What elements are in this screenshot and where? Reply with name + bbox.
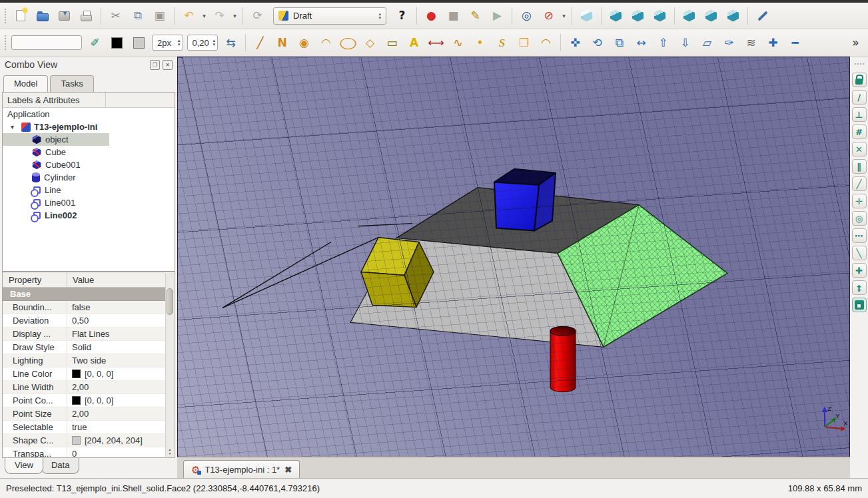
tree-item-cube001[interactable]: Cube001 — [3, 158, 175, 171]
draft-bspline[interactable]: ∿ — [447, 32, 469, 53]
draft-line[interactable]: ╱ — [249, 32, 271, 53]
close-tab-icon[interactable]: ✖ — [284, 465, 292, 475]
draft-circle[interactable]: ◉ — [293, 32, 315, 53]
tree-item-object[interactable]: object — [3, 133, 175, 146]
copy[interactable]: ⧉ — [127, 5, 149, 27]
refresh[interactable]: ⟳ — [246, 5, 268, 27]
draft-rectangle[interactable]: ▭ — [381, 32, 403, 53]
view-axonometric[interactable] — [576, 5, 598, 27]
draft-shapestring[interactable]: S — [491, 32, 513, 53]
snap-intersection[interactable]: ✕ — [852, 142, 867, 156]
snap-perpendicular[interactable]: ⊥ — [852, 107, 867, 122]
property-row[interactable]: Boundin...false — [3, 301, 165, 314]
open-document[interactable] — [31, 5, 53, 27]
draft-command-input[interactable] — [11, 35, 82, 50]
draft-line-color-button[interactable] — [106, 32, 128, 53]
property-row[interactable]: Display ...Flat Lines — [3, 328, 165, 341]
draft-rotate[interactable]: ⟲ — [586, 32, 608, 53]
snap-parallel[interactable]: ∥ — [852, 159, 867, 174]
spinner-arrows[interactable]: ▴▾ — [178, 39, 181, 47]
spinner-arrows[interactable]: ▴▾ — [378, 12, 381, 20]
new-document[interactable] — [9, 5, 31, 27]
property-row[interactable]: LightingTwo side — [3, 354, 165, 368]
tab-model[interactable]: Model — [3, 75, 48, 92]
draft-point[interactable]: • — [469, 32, 491, 53]
draft-apply-style[interactable]: ✐ — [84, 32, 106, 53]
tree-item-line002[interactable]: Line002 — [3, 209, 175, 222]
property-row[interactable]: Draw StyleSolid — [3, 341, 165, 354]
panel-close-button[interactable]: ✕ — [163, 60, 173, 70]
tree-item-line[interactable]: Line — [3, 184, 175, 196]
tree-item-cylinder[interactable]: Cylinder — [3, 171, 175, 184]
draft-line-width-spin[interactable]: 2px▴▾ — [152, 35, 183, 51]
snap-ortho[interactable]: ✛ — [852, 194, 867, 208]
scrollbar-steppers[interactable]: ▴▾ — [166, 447, 174, 455]
snap-grid[interactable]: # — [852, 124, 867, 139]
save-document[interactable] — [53, 5, 75, 27]
macro-execute[interactable]: ▶ — [486, 5, 508, 27]
tree-item-line001[interactable]: Line001 — [3, 196, 175, 209]
snap-center[interactable]: ◎ — [852, 211, 867, 226]
macro-edit[interactable]: ✎ — [464, 5, 486, 27]
draw-style-dropdown[interactable]: ▾ — [560, 13, 568, 19]
property-group-base[interactable]: Base — [3, 288, 165, 301]
snap-midpoint[interactable]: ∕ — [852, 90, 867, 105]
view-rear[interactable] — [678, 5, 700, 27]
draft-ellipse[interactable]: ◯ — [337, 32, 359, 53]
snap-dimensions[interactable]: ‡ — [852, 280, 867, 295]
view-right[interactable] — [649, 5, 671, 27]
view-bottom[interactable] — [700, 5, 722, 27]
document-tab[interactable]: ⚙ T13-ejemplo-ini : 1* ✖ — [183, 460, 300, 478]
draft-edit[interactable]: ✑ — [718, 32, 740, 53]
blue-cube[interactable] — [494, 169, 556, 231]
draft-dimension[interactable]: ⟷ — [425, 32, 447, 53]
draft-autogroup[interactable]: ⇆ — [220, 32, 242, 53]
macro-record[interactable]: ● — [420, 5, 442, 27]
snap-special[interactable]: ⋯ — [852, 228, 867, 243]
draft-scale-spin[interactable]: 0,20▴▾ — [187, 35, 218, 51]
3d-viewport[interactable]: Z Y X — [177, 57, 850, 457]
fit-all[interactable]: ◎ — [516, 5, 538, 27]
draft-trimex[interactable]: ↔ — [630, 32, 652, 53]
draft-move[interactable]: ✜ — [564, 32, 586, 53]
property-row[interactable]: Point Co...[0, 0, 0] — [3, 394, 165, 407]
snap-toolbar-handle[interactable] — [855, 63, 864, 65]
snap-working-plane[interactable] — [852, 298, 867, 312]
draft-scale[interactable]: ▱ — [696, 32, 718, 53]
tab-tasks[interactable]: Tasks — [50, 75, 93, 92]
expander-icon[interactable]: ▾ — [11, 123, 18, 130]
draft-wire[interactable]: N — [271, 32, 293, 53]
undo-dropdown[interactable]: ▾ — [200, 13, 209, 19]
panel-float-button[interactable]: ❐ — [150, 60, 160, 70]
view-left[interactable] — [722, 5, 744, 27]
draft-add-point[interactable]: ✚ — [762, 32, 784, 53]
undo[interactable]: ↶ — [178, 5, 200, 27]
snap-near[interactable]: ╲ — [852, 246, 867, 260]
draw-style[interactable]: ⊘ — [538, 5, 560, 27]
draft-upgrade[interactable]: ⇧ — [652, 32, 674, 53]
tree-item-application[interactable]: Application — [3, 108, 175, 121]
draft-face-color-button[interactable] — [128, 32, 150, 53]
property-row[interactable]: Transpa...0 — [3, 447, 165, 458]
property-row[interactable]: Selectabletrue — [3, 421, 165, 434]
draft-remove-point[interactable]: ━ — [784, 32, 806, 53]
scrollbar-thumb[interactable] — [167, 288, 173, 315]
cut[interactable]: ✂ — [105, 5, 127, 27]
snap-endpoint[interactable]: ╱ — [852, 176, 867, 191]
draft-polygon[interactable]: ◇ — [359, 32, 381, 53]
view-top[interactable] — [627, 5, 649, 27]
spinner-arrows[interactable]: ▴▾ — [213, 39, 216, 47]
property-scrollbar[interactable]: ▴▾ — [165, 273, 174, 457]
view-front[interactable] — [605, 5, 627, 27]
tree-item-cube[interactable]: Cube — [3, 146, 175, 158]
property-row[interactable]: Point Size2,00 — [3, 407, 165, 421]
property-row[interactable]: Line Width2,00 — [3, 381, 165, 394]
macro-stop[interactable]: ■ — [442, 5, 464, 27]
draft-wire-to-bspline[interactable]: ≋ — [740, 32, 762, 53]
draft-downgrade[interactable]: ⇩ — [674, 32, 696, 53]
tree-item-document[interactable]: ▾ T13-ejemplo-ini — [3, 121, 175, 133]
snap-extension[interactable]: ✚ — [852, 263, 867, 278]
print[interactable] — [75, 5, 97, 27]
property-row[interactable]: Shape C...[204, 204, 204] — [3, 434, 165, 447]
snap-lock[interactable] — [852, 73, 867, 87]
